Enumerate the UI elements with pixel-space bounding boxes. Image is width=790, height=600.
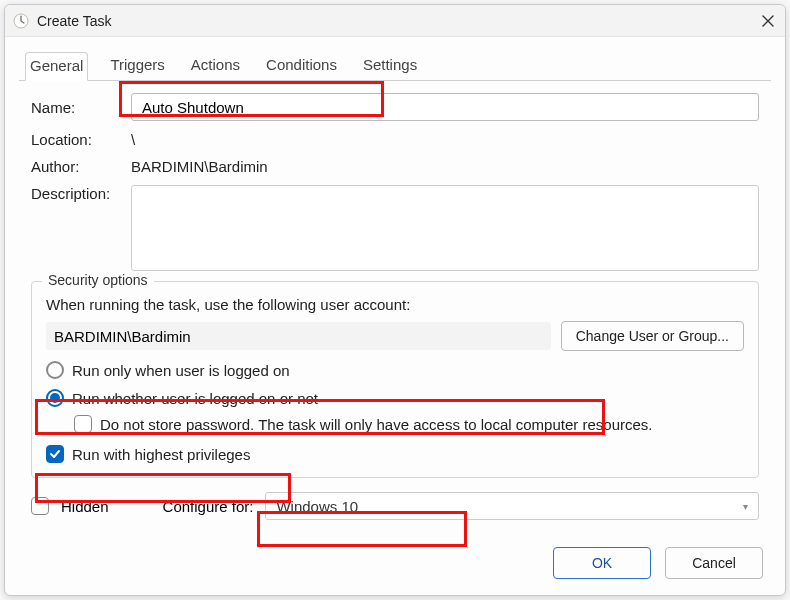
author-label: Author: bbox=[31, 158, 131, 175]
location-value: \ bbox=[131, 131, 759, 148]
ok-button[interactable]: OK bbox=[553, 547, 651, 579]
radio-run-whether[interactable] bbox=[46, 389, 64, 407]
checkbox-run-highest-privileges[interactable] bbox=[46, 445, 64, 463]
name-input[interactable] bbox=[131, 93, 759, 121]
security-legend: Security options bbox=[42, 272, 154, 288]
window-title: Create Task bbox=[37, 13, 759, 29]
author-value: BARDIMIN\Bardimin bbox=[131, 158, 759, 175]
configure-for-label: Configure for: bbox=[163, 498, 254, 515]
tab-actions[interactable]: Actions bbox=[187, 52, 244, 81]
tabstrip: General Triggers Actions Conditions Sett… bbox=[19, 51, 771, 81]
checkbox-no-store-password[interactable] bbox=[74, 415, 92, 433]
titlebar: Create Task bbox=[5, 5, 785, 37]
description-label: Description: bbox=[31, 185, 131, 202]
name-label: Name: bbox=[31, 99, 131, 116]
create-task-dialog: Create Task General Triggers Actions Con… bbox=[4, 4, 786, 596]
security-options-group: Security options When running the task, … bbox=[31, 281, 759, 478]
tab-triggers[interactable]: Triggers bbox=[106, 52, 168, 81]
run-highest-privileges-label: Run with highest privileges bbox=[72, 446, 250, 463]
location-label: Location: bbox=[31, 131, 131, 148]
change-user-button[interactable]: Change User or Group... bbox=[561, 321, 744, 351]
checkbox-hidden[interactable] bbox=[31, 497, 49, 515]
task-scheduler-icon bbox=[13, 13, 29, 29]
configure-for-value: Windows 10 bbox=[276, 498, 358, 515]
hidden-label: Hidden bbox=[61, 498, 109, 515]
security-prompt: When running the task, use the following… bbox=[46, 296, 744, 313]
cancel-button[interactable]: Cancel bbox=[665, 547, 763, 579]
configure-for-select[interactable]: Windows 10 ▾ bbox=[265, 492, 759, 520]
no-store-password-label: Do not store password. The task will onl… bbox=[100, 416, 652, 433]
radio-run-logged-on-label: Run only when user is logged on bbox=[72, 362, 290, 379]
tab-conditions[interactable]: Conditions bbox=[262, 52, 341, 81]
security-account: BARDIMIN\Bardimin bbox=[46, 322, 551, 350]
tab-settings[interactable]: Settings bbox=[359, 52, 421, 81]
close-button[interactable] bbox=[759, 12, 777, 30]
tab-general[interactable]: General bbox=[25, 52, 88, 81]
radio-run-whether-label: Run whether user is logged on or not bbox=[72, 390, 318, 407]
radio-run-logged-on[interactable] bbox=[46, 361, 64, 379]
chevron-down-icon: ▾ bbox=[743, 501, 748, 512]
description-input[interactable] bbox=[131, 185, 759, 271]
